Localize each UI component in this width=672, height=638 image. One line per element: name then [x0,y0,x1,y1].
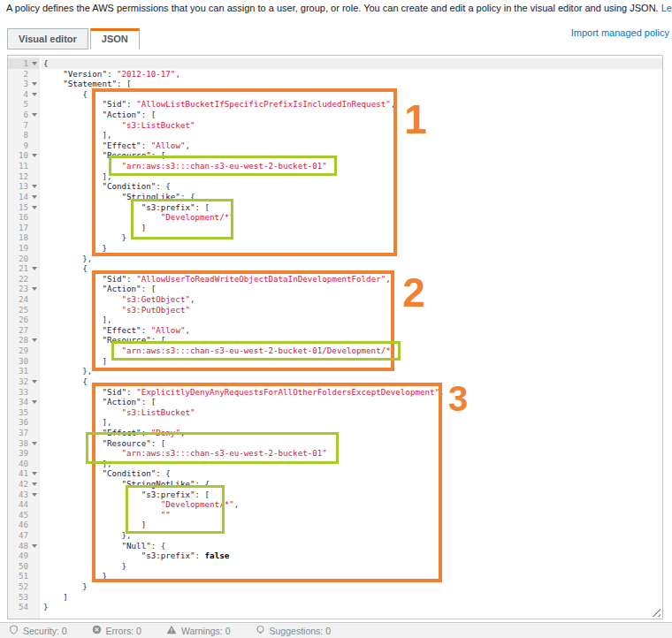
line-number[interactable]: 12 [8,171,39,182]
editor-code[interactable]: { "Version": "2012-10-17", "Statement": … [41,58,662,619]
code-line[interactable]: "Sid": "AllowListBucketIfSpecificPrefixI… [41,99,662,110]
line-number[interactable]: 5 [8,99,39,110]
line-number[interactable]: 27 [8,325,39,336]
line-number[interactable]: 23 [8,284,39,294]
fold-marker-icon[interactable] [32,185,37,188]
code-line[interactable]: } [41,571,662,581]
code-line[interactable]: { [41,89,662,100]
line-number[interactable]: 51 [8,571,39,581]
code-line[interactable]: ], [41,417,662,428]
code-line[interactable]: "Condition": { [41,468,662,479]
tab-json[interactable]: JSON [90,28,140,49]
code-line[interactable]: ], [41,459,662,469]
line-number[interactable]: 39 [8,448,39,459]
line-number[interactable]: 44 [8,499,39,510]
fold-marker-icon[interactable] [32,267,37,270]
code-line[interactable]: "s3:GetObject", [41,294,662,305]
code-line[interactable]: "Effect": "Allow", [41,141,662,151]
fold-marker-icon[interactable] [32,493,37,497]
line-number[interactable]: 15 [8,202,39,213]
line-number[interactable]: 22 [8,274,39,285]
line-number[interactable]: 25 [8,305,39,315]
line-number[interactable]: 13 [8,181,39,192]
code-line[interactable]: "arn:aws:s3:::chan-s3-eu-west-2-bucket-0… [41,161,662,171]
code-line[interactable]: } [41,232,662,243]
code-line[interactable]: }, [41,366,662,376]
line-number[interactable]: 9 [8,141,39,151]
json-policy-editor[interactable]: 1234567891011121314151617181920212223242… [7,55,663,619]
import-managed-policy-link[interactable]: Import managed policy [571,27,669,38]
line-number[interactable]: 38 [8,438,39,449]
code-line[interactable]: "Action": [ [41,110,662,120]
line-number[interactable]: 29 [8,346,39,356]
code-line[interactable]: ], [41,171,662,182]
line-number[interactable]: 24 [8,294,39,305]
code-line[interactable]: ] [41,520,662,530]
code-line[interactable]: "Statement": [ [41,79,662,89]
line-number[interactable]: 14 [8,192,39,202]
line-number[interactable]: 50 [8,561,39,572]
line-number[interactable]: 46 [8,520,39,530]
line-number[interactable]: 36 [8,417,39,428]
line-number[interactable]: 34 [8,397,39,407]
line-number[interactable]: 31 [8,366,39,376]
line-number[interactable]: 18 [8,232,39,243]
code-line[interactable]: "s3:prefix": [ [41,202,662,213]
line-number[interactable]: 28 [8,335,39,346]
code-line[interactable]: "Version": "2012-10-17", [41,69,662,80]
code-line[interactable]: ], [41,315,662,325]
line-number[interactable]: 45 [8,510,39,520]
code-line[interactable]: "Action": [ [41,397,662,407]
code-line[interactable]: "Effect": "Deny", [41,428,662,438]
fold-marker-icon[interactable] [32,442,37,445]
code-line[interactable]: } [41,243,662,254]
fold-marker-icon[interactable] [32,482,37,486]
fold-marker-icon[interactable] [32,82,37,86]
line-number[interactable]: 3 [8,79,39,89]
fold-marker-icon[interactable] [32,93,37,96]
code-line[interactable]: } [41,581,662,592]
fold-marker-icon[interactable] [32,62,37,65]
line-number[interactable]: 8 [8,130,39,141]
fold-marker-icon[interactable] [32,287,37,291]
line-number[interactable]: 40 [8,459,39,469]
line-number[interactable]: 21 [8,263,39,274]
line-number[interactable]: 54 [8,602,39,612]
code-line[interactable]: "StringNotLike": { [41,479,662,490]
code-line[interactable]: "Condition": { [41,181,662,192]
line-number[interactable]: 43 [8,490,39,500]
code-line[interactable]: ] [41,223,662,233]
line-number[interactable]: 48 [8,541,39,551]
line-number[interactable]: 41 [8,468,39,479]
code-line[interactable]: "Development/*" [41,212,662,223]
code-line[interactable]: "Resource": [ [41,335,662,346]
line-number[interactable]: 37 [8,428,39,438]
code-line[interactable]: ] [41,356,662,367]
code-line[interactable]: } [41,561,662,572]
fold-marker-icon[interactable] [32,338,37,342]
line-number[interactable]: 10 [8,150,39,161]
status-warnings[interactable]: Warnings: 0 [166,625,231,636]
line-number[interactable]: 47 [8,530,39,541]
fold-marker-icon[interactable] [32,380,37,384]
line-number[interactable]: 26 [8,315,39,325]
status-suggestions[interactable]: Suggestions: 0 [256,625,331,636]
code-line[interactable]: "Effect": "Allow", [41,325,662,336]
code-line[interactable]: "StringLike": { [41,192,662,202]
fold-marker-icon[interactable] [32,400,37,404]
code-line[interactable]: "arn:aws:s3:::chan-s3-eu-west-2-bucket-0… [41,346,662,356]
code-line[interactable]: "Action": [ [41,284,662,294]
code-line[interactable]: "s3:prefix": [ [41,490,662,500]
code-line[interactable]: "s3:ListBucket" [41,407,662,418]
line-number[interactable]: 16 [8,212,39,223]
learn-more-link[interactable]: Learn more [661,3,672,13]
status-security[interactable]: Security: 0 [9,625,67,636]
code-line[interactable]: "Sid": "AllowUserToReadWriteObjectDataIn… [41,274,662,285]
line-number[interactable]: 4 [8,89,39,100]
fold-marker-icon[interactable] [32,544,37,548]
code-line[interactable]: ], [41,130,662,141]
line-number[interactable]: 35 [8,407,39,418]
fold-marker-icon[interactable] [32,472,37,475]
code-line[interactable]: "s3:PutObject" [41,305,662,315]
code-line[interactable]: "s3:ListBucket" [41,120,662,131]
